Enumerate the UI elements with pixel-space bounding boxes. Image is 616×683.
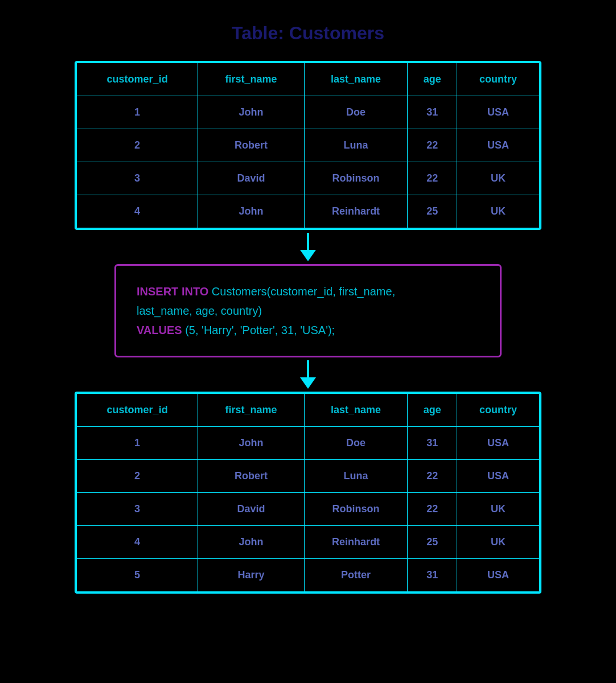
sql-keyword-values: VALUES [137, 324, 182, 336]
bottom-table-cell: 22 [408, 493, 457, 526]
page-container: Table: Customers customer_idfirst_namela… [52, 23, 564, 594]
sql-text-part2: last_name, age, country) [137, 305, 262, 317]
sql-text-part1: Customers(customer_id, first_name, [208, 285, 395, 298]
top-table-header-age: age [408, 63, 457, 96]
bottom-table-cell: 4 [77, 526, 198, 559]
top-table-wrapper: customer_idfirst_namelast_nameagecountry… [75, 61, 541, 230]
bottom-table-cell: USA [457, 427, 540, 460]
arrow-1-head [300, 250, 316, 261]
top-table-cell: 2 [77, 129, 198, 162]
top-table-cell: Reinhardt [304, 195, 408, 228]
top-table-cell: USA [457, 129, 540, 162]
bottom-table-body: 1JohnDoe31USA2RobertLuna22USA3DavidRobin… [77, 427, 540, 592]
top-table-cell: John [198, 96, 305, 129]
bottom-table-row: 5HarryPotter31USA [77, 559, 540, 592]
bottom-table-header-last_name: last_name [304, 394, 408, 427]
bottom-table-cell: Harry [198, 559, 305, 592]
top-table-cell: UK [457, 162, 540, 195]
page-title: Table: Customers [232, 23, 384, 44]
sql-box: INSERT INTO Customers(customer_id, first… [114, 264, 502, 357]
bottom-table: customer_idfirst_namelast_nameagecountry… [76, 393, 540, 592]
sql-text: INSERT INTO Customers(customer_id, first… [137, 282, 479, 340]
bottom-table-wrapper: customer_idfirst_namelast_nameagecountry… [75, 392, 541, 594]
bottom-table-cell: Reinhardt [304, 526, 408, 559]
bottom-table-cell: 25 [408, 526, 457, 559]
top-table-cell: 31 [408, 96, 457, 129]
bottom-table-cell: USA [457, 460, 540, 493]
top-table-row: 3DavidRobinson22UK [77, 162, 540, 195]
bottom-table-cell: John [198, 526, 305, 559]
top-table-header-customer_id: customer_id [77, 63, 198, 96]
top-table-header-row: customer_idfirst_namelast_nameagecountry [77, 63, 540, 96]
top-table-cell: 22 [408, 162, 457, 195]
arrow-2-head [300, 377, 316, 389]
top-table-cell: UK [457, 195, 540, 228]
bottom-table-cell: USA [457, 559, 540, 592]
top-table-cell: Robinson [304, 162, 408, 195]
bottom-table-header-age: age [408, 394, 457, 427]
bottom-table-row: 4JohnReinhardt25UK [77, 526, 540, 559]
bottom-table-header-row: customer_idfirst_namelast_nameagecountry [77, 394, 540, 427]
top-table-cell: Robert [198, 129, 305, 162]
bottom-table-cell: 1 [77, 427, 198, 460]
bottom-table-cell: UK [457, 526, 540, 559]
bottom-table-cell: Potter [304, 559, 408, 592]
bottom-table-row: 1JohnDoe31USA [77, 427, 540, 460]
bottom-table-cell: 31 [408, 427, 457, 460]
top-table-header-first_name: first_name [198, 63, 305, 96]
bottom-table-header-country: country [457, 394, 540, 427]
top-table: customer_idfirst_namelast_nameagecountry… [76, 63, 540, 228]
top-table-cell: David [198, 162, 305, 195]
bottom-table-cell: John [198, 427, 305, 460]
top-table-cell: Luna [304, 129, 408, 162]
arrow-1-line [307, 233, 309, 250]
top-table-header-last_name: last_name [304, 63, 408, 96]
top-table-header-country: country [457, 63, 540, 96]
bottom-table-cell: 5 [77, 559, 198, 592]
top-table-cell: USA [457, 96, 540, 129]
bottom-table-cell: 22 [408, 460, 457, 493]
bottom-table-cell: 3 [77, 493, 198, 526]
bottom-table-row: 2RobertLuna22USA [77, 460, 540, 493]
sql-text-part3: (5, 'Harry', 'Potter', 31, 'USA'); [182, 324, 335, 336]
bottom-table-header-first_name: first_name [198, 394, 305, 427]
top-table-cell: 3 [77, 162, 198, 195]
top-table-cell: 22 [408, 129, 457, 162]
sql-keyword-insert: INSERT INTO [137, 285, 208, 298]
arrow-1 [300, 230, 316, 264]
top-table-body: 1JohnDoe31USA2RobertLuna22USA3DavidRobin… [77, 96, 540, 228]
top-table-cell: 25 [408, 195, 457, 228]
bottom-table-cell: 31 [408, 559, 457, 592]
arrow-2-line [307, 360, 309, 377]
bottom-table-cell: Doe [304, 427, 408, 460]
top-table-row: 4JohnReinhardt25UK [77, 195, 540, 228]
bottom-table-cell: Luna [304, 460, 408, 493]
top-table-cell: 4 [77, 195, 198, 228]
arrow-2 [300, 357, 316, 392]
top-table-cell: John [198, 195, 305, 228]
bottom-table-cell: 2 [77, 460, 198, 493]
top-table-cell: Doe [304, 96, 408, 129]
bottom-table-header-customer_id: customer_id [77, 394, 198, 427]
top-table-cell: 1 [77, 96, 198, 129]
bottom-table-cell: Robert [198, 460, 305, 493]
bottom-table-row: 3DavidRobinson22UK [77, 493, 540, 526]
top-table-row: 2RobertLuna22USA [77, 129, 540, 162]
bottom-table-cell: UK [457, 493, 540, 526]
bottom-table-cell: Robinson [304, 493, 408, 526]
bottom-table-cell: David [198, 493, 305, 526]
top-table-row: 1JohnDoe31USA [77, 96, 540, 129]
